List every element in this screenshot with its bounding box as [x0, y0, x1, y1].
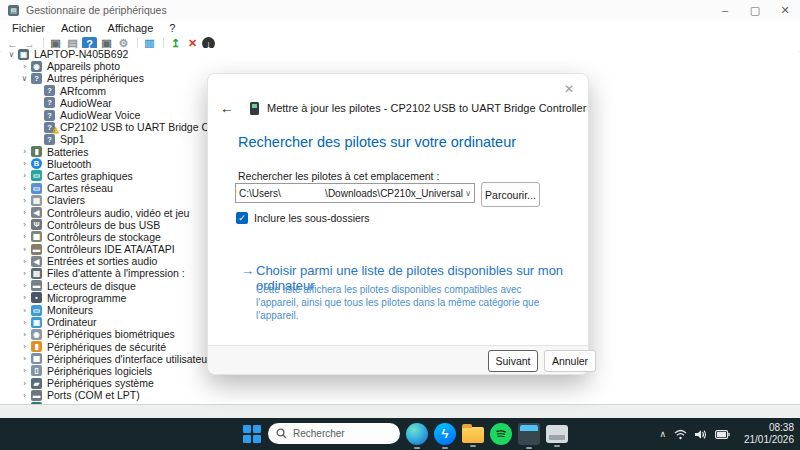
window-controls: – ▢ ✕: [710, 0, 800, 20]
chevron-right-icon[interactable]: ›: [19, 379, 30, 388]
running-indicator: [470, 445, 476, 447]
tree-item-label: Files d'attente à l'impression :: [47, 267, 185, 279]
tree-item[interactable]: ∨▣LAPTOP-N405B692: [1, 48, 799, 60]
tree-item[interactable]: ›▰Périphériques système: [1, 377, 799, 389]
tree-item-label: Lecteurs de disque: [47, 280, 136, 292]
storage-icon: ▦: [31, 231, 42, 242]
chevron-right-icon[interactable]: ›: [19, 245, 30, 254]
taskbar-search[interactable]: Rechercher: [268, 423, 400, 444]
chevron-right-icon[interactable]: ›: [19, 293, 30, 302]
window-title: Gestionnaire de périphériques: [26, 4, 167, 16]
combobox-dropdown-icon[interactable]: ∨: [465, 189, 471, 198]
chevron-down-icon[interactable]: ∨: [19, 74, 30, 83]
dialog-close-icon[interactable]: ✕: [564, 82, 574, 96]
chevron-right-icon[interactable]: ›: [19, 281, 30, 290]
tree-item-label: ARfcomm: [60, 85, 106, 97]
unknown-device-icon: ?: [44, 134, 55, 145]
clock-time: 08:38: [744, 422, 794, 434]
chevron-right-icon[interactable]: ›: [19, 232, 30, 241]
menu-item-fichier[interactable]: Fichier: [4, 22, 53, 34]
chevron-right-icon[interactable]: ›: [19, 269, 30, 278]
chevron-right-icon[interactable]: ›: [19, 208, 30, 217]
driver-path-combobox[interactable]: C:\Users\ \Downloads\CP210x_Universal_Wi…: [235, 183, 475, 203]
unknown-device-icon: ?: [31, 73, 42, 84]
tree-item[interactable]: ›◉Appareils photo: [1, 60, 799, 72]
chevron-right-icon[interactable]: ›: [19, 184, 30, 193]
chevron-right-icon[interactable]: ›: [19, 354, 30, 363]
chevron-right-icon[interactable]: ›: [19, 391, 30, 400]
update-driver-dialog: ✕ ← Mettre à jour les pilotes - CP2102 U…: [207, 73, 589, 375]
chevron-right-icon[interactable]: ›: [19, 159, 30, 168]
tree-item-label: Périphériques logiciels: [47, 365, 152, 377]
running-indicator: [526, 447, 532, 449]
chevron-right-icon[interactable]: ›: [19, 147, 30, 156]
chevron-right-icon[interactable]: ›: [19, 330, 30, 339]
chevron-right-icon[interactable]: ›: [19, 220, 30, 229]
tree-item-label: AudioWear Voice: [60, 109, 140, 121]
back-arrow-icon[interactable]: ←: [220, 100, 236, 116]
menu-bar: FichierActionAffichage?: [0, 20, 800, 36]
menu-item-affichage[interactable]: Affichage: [100, 22, 162, 34]
taskbar-clock[interactable]: 08:38 21/01/2026: [744, 422, 794, 446]
dialog-heading: Rechercher des pilotes sur votre ordinat…: [238, 134, 516, 150]
volume-icon[interactable]: [695, 429, 707, 440]
menu-item-action[interactable]: Action: [53, 22, 100, 34]
device-manager-window-icon: ▤: [8, 5, 19, 16]
battery-icon: ▮: [31, 146, 42, 157]
port-icon: ▬: [31, 390, 42, 401]
desktop-strip: [0, 404, 800, 419]
chevron-right-icon[interactable]: ›: [19, 257, 30, 266]
chevron-right-icon[interactable]: ›: [19, 318, 30, 327]
device-manager-icon[interactable]: [546, 425, 568, 443]
biometric-icon: ◉: [31, 329, 42, 340]
printer-icon: ▤: [31, 268, 42, 279]
chevron-down-icon[interactable]: ∨: [6, 50, 17, 59]
cancel-button[interactable]: Annuler: [544, 350, 596, 372]
menu-item-help[interactable]: ?: [161, 22, 183, 34]
hid-icon: ▦: [31, 353, 42, 364]
title-bar: ▤ Gestionnaire de périphériques: [0, 0, 800, 20]
chevron-right-icon[interactable]: ›: [19, 306, 30, 315]
tree-item-label: Contrôleurs IDE ATA/ATAPI: [47, 243, 175, 255]
maximize-button[interactable]: ▢: [740, 0, 770, 20]
app-window-icon[interactable]: [518, 423, 540, 445]
tree-item-label: Claviers: [47, 194, 85, 206]
next-button[interactable]: Suivant: [488, 350, 538, 372]
wifi-icon[interactable]: [674, 429, 687, 440]
include-subfolders-checkbox[interactable]: ✓: [236, 212, 248, 224]
tree-item-label: Batteries: [47, 146, 88, 158]
messenger-icon[interactable]: ϟ: [434, 423, 456, 445]
close-button[interactable]: ✕: [770, 0, 800, 20]
usb-icon: Ψ: [31, 219, 42, 230]
tree-item-label: Microprogramme: [47, 292, 126, 304]
tree-item-label: AudioWear: [60, 97, 112, 109]
tree-item-label: Cartes graphiques: [47, 170, 133, 182]
chevron-right-icon[interactable]: ›: [19, 171, 30, 180]
ide-icon: ▬: [31, 244, 42, 255]
minimize-button[interactable]: –: [710, 0, 740, 20]
chevron-right-icon[interactable]: ›: [19, 366, 30, 375]
tree-item-label: Périphériques de sécurité: [47, 341, 166, 353]
dialog-footer: Suivant Annuler: [208, 345, 588, 374]
audio-controller-icon: ◀: [31, 207, 42, 218]
camera-icon: ◉: [31, 61, 42, 72]
taskbar: Rechercher ϟ ∧ 08:38 21/01/2026: [0, 418, 800, 450]
clock-date: 21/01/2026: [744, 434, 794, 446]
chevron-up-icon[interactable]: ∧: [659, 429, 666, 439]
network-icon: ▭: [31, 183, 42, 194]
chevron-right-icon[interactable]: ›: [19, 196, 30, 205]
spotify-icon[interactable]: [490, 423, 512, 445]
start-button[interactable]: [243, 425, 261, 443]
browse-button[interactable]: Parcourir...: [481, 182, 540, 207]
search-icon: [276, 428, 287, 439]
pick-from-list-description: Cette liste affichera les pilotes dispon…: [256, 283, 558, 322]
chevron-right-icon[interactable]: ›: [19, 62, 30, 71]
tree-item[interactable]: ›▬Ports (COM et LPT): [1, 389, 799, 401]
system-device-icon: ▰: [31, 378, 42, 389]
chevron-right-icon[interactable]: ›: [19, 342, 30, 351]
edge-icon[interactable]: [406, 423, 428, 445]
tree-item-label: Périphériques biométriques: [47, 328, 175, 340]
driver-path-value: C:\Users\ \Downloads\CP210x_Universal_Wi…: [239, 188, 463, 199]
file-explorer-icon[interactable]: [462, 427, 484, 443]
battery-icon[interactable]: [715, 430, 730, 439]
